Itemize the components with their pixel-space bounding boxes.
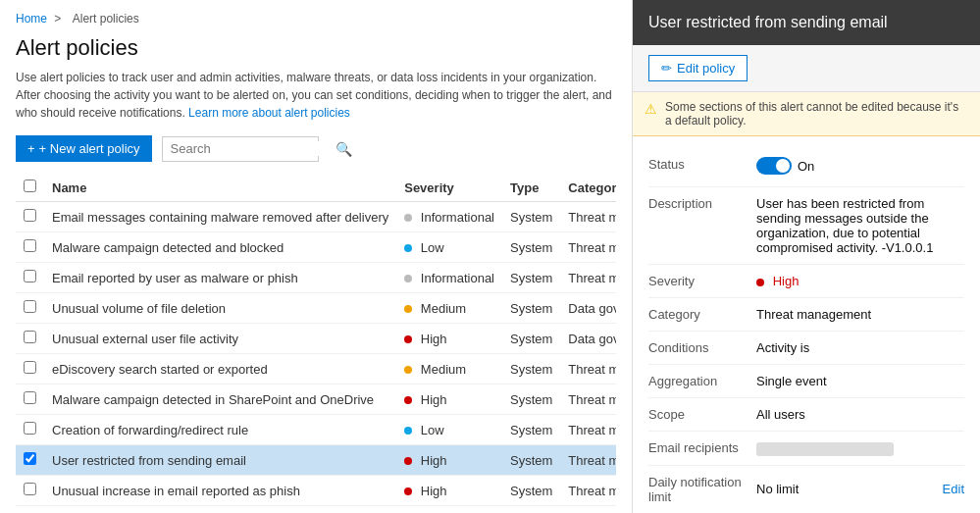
col-type: Type — [502, 174, 560, 202]
severity-dot-icon — [404, 275, 412, 282]
row-checkbox[interactable] — [24, 422, 36, 435]
severity-dot-icon — [404, 457, 412, 465]
row-category: Data governance — [560, 324, 616, 354]
row-type: System — [502, 232, 560, 263]
severity-text: Informational — [421, 271, 494, 285]
edit-policy-button[interactable]: ✏ Edit policy — [648, 55, 748, 81]
breadcrumb-current: Alert policies — [73, 12, 139, 26]
severity-text: High — [421, 332, 447, 346]
conditions-value: Activity is — [756, 340, 964, 355]
severity-dot-icon — [404, 366, 412, 374]
row-checkbox[interactable] — [24, 483, 36, 495]
search-input[interactable] — [171, 141, 335, 156]
severity-text: Medium — [421, 301, 466, 316]
table-row[interactable]: Unusual volume of file deletion Medium S… — [16, 293, 616, 324]
row-checkbox[interactable] — [24, 331, 36, 343]
row-category: Threat management — [560, 263, 616, 293]
row-checkbox[interactable] — [24, 239, 36, 252]
select-all-checkbox[interactable] — [24, 180, 36, 192]
category-value: Threat management — [756, 307, 964, 322]
row-severity: Low — [396, 232, 502, 263]
table-row[interactable]: eDiscovery search started or exported Me… — [16, 354, 616, 385]
aggregation-label: Aggregation — [648, 374, 756, 388]
daily-limit-edit-link[interactable]: Edit — [943, 482, 964, 496]
toggle-thumb — [776, 159, 790, 173]
table-row[interactable]: Creation of forwarding/redirect rule Low… — [16, 415, 616, 445]
severity-text: Informational — [421, 210, 494, 225]
category-row: Category Threat management — [648, 298, 964, 332]
right-panel: User restricted from sending email ✏ Edi… — [632, 0, 980, 513]
row-type: System — [502, 202, 560, 232]
row-name: Unusual volume of file deletion — [44, 293, 396, 324]
row-checkbox[interactable] — [24, 300, 36, 313]
table-row[interactable]: User restricted from sending email High … — [16, 445, 616, 476]
row-name: Email messages containing malware remove… — [44, 202, 396, 232]
status-row: Status On — [648, 148, 964, 187]
learn-more-link[interactable]: Learn more about alert policies — [188, 106, 350, 120]
row-severity: Informational — [396, 263, 502, 293]
daily-limit-label: Daily notification limit — [648, 475, 756, 504]
aggregation-value: Single event — [756, 374, 964, 388]
row-type: System — [502, 354, 560, 385]
row-name: Email reported by user as malware or phi… — [44, 263, 396, 293]
row-name: Unusual external user file activity — [44, 324, 396, 354]
description-label: Description — [648, 196, 756, 211]
severity-dot-icon — [404, 487, 412, 495]
severity-text: High — [773, 274, 799, 288]
table-row[interactable]: Email reported by user as malware or phi… — [16, 263, 616, 293]
severity-text: Medium — [421, 362, 466, 377]
row-severity: Low — [396, 415, 502, 445]
scope-row: Scope All users — [648, 398, 964, 432]
breadcrumb: Home > Alert policies — [16, 12, 616, 26]
severity-dot-icon — [404, 214, 412, 222]
detail-section: Status On Description User has been rest… — [633, 136, 980, 513]
row-type: System — [502, 415, 560, 445]
status-on-label: On — [798, 159, 814, 174]
email-recipients-label: Email recipients — [648, 440, 756, 455]
breadcrumb-home[interactable]: Home — [16, 12, 47, 26]
scope-value: All users — [756, 407, 964, 422]
table-row[interactable]: Unusual increase in email reported as ph… — [16, 476, 616, 506]
page-title: Alert policies — [16, 35, 616, 61]
severity-text: Low — [421, 240, 444, 255]
table-row[interactable]: Email messages containing malware remove… — [16, 202, 616, 232]
toggle-switch[interactable]: On — [756, 157, 814, 175]
row-type: System — [502, 263, 560, 293]
row-severity: High — [396, 476, 502, 506]
email-recipients-value — [756, 440, 964, 456]
category-label: Category — [648, 307, 756, 322]
table-row[interactable]: Malware campaign detected in SharePoint … — [16, 385, 616, 415]
row-category: Threat management — [560, 476, 616, 506]
row-category: Threat management — [560, 354, 616, 385]
row-category: Data governance — [560, 293, 616, 324]
warning-icon: ⚠ — [645, 101, 657, 117]
severity-row: Severity High — [648, 265, 964, 298]
daily-limit-row: Daily notification limit No limit Edit — [648, 466, 964, 513]
row-checkbox[interactable] — [24, 361, 36, 374]
row-category: Threat management — [560, 445, 616, 476]
table-row[interactable]: Unusual external user file activity High… — [16, 324, 616, 354]
row-checkbox[interactable] — [24, 209, 36, 222]
main-panel: Home > Alert policies Alert policies Use… — [0, 0, 632, 513]
row-checkbox[interactable] — [24, 452, 36, 465]
scope-label: Scope — [648, 407, 756, 422]
right-panel-header: User restricted from sending email — [633, 0, 980, 45]
new-alert-policy-button[interactable]: + + New alert policy — [16, 135, 152, 162]
severity-dot-icon — [404, 305, 412, 313]
row-name: Malware campaign detected and blocked — [44, 232, 396, 263]
row-severity: High — [396, 385, 502, 415]
email-recipients-blur — [756, 442, 894, 456]
severity-value: High — [756, 274, 964, 288]
table-container: Name Severity Type Category Date m Email… — [16, 174, 616, 506]
row-category: Threat management — [560, 232, 616, 263]
row-severity: High — [396, 445, 502, 476]
table-row[interactable]: Malware campaign detected and blocked Lo… — [16, 232, 616, 263]
row-type: System — [502, 476, 560, 506]
plus-icon: + — [27, 141, 35, 156]
row-type: System — [502, 324, 560, 354]
row-checkbox[interactable] — [24, 270, 36, 282]
row-checkbox[interactable] — [24, 391, 36, 404]
severity-dot-icon — [404, 396, 412, 404]
row-severity: Informational — [396, 202, 502, 232]
row-name: eDiscovery search started or exported — [44, 354, 396, 385]
